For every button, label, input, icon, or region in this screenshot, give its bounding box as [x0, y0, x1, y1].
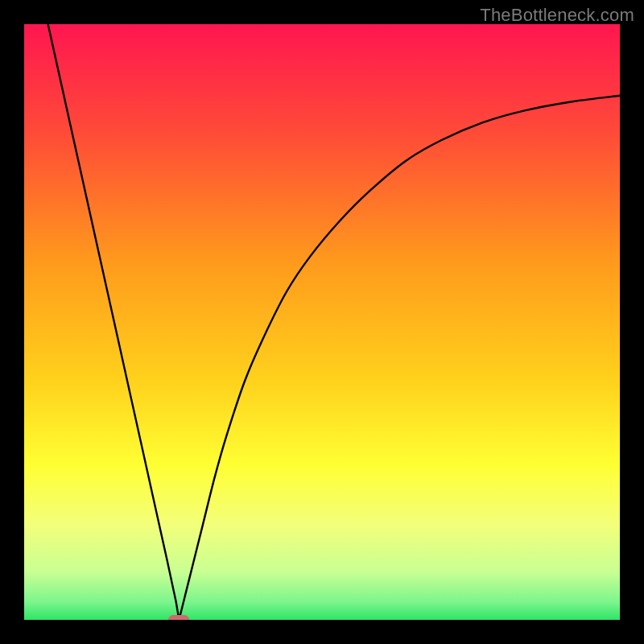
chart-frame: TheBottleneck.com: [0, 0, 644, 644]
curve-layer: [24, 24, 620, 620]
watermark-text: TheBottleneck.com: [480, 5, 634, 26]
plot-area: [24, 24, 620, 620]
curve-path: [48, 24, 620, 620]
vertex-marker: [168, 615, 189, 620]
